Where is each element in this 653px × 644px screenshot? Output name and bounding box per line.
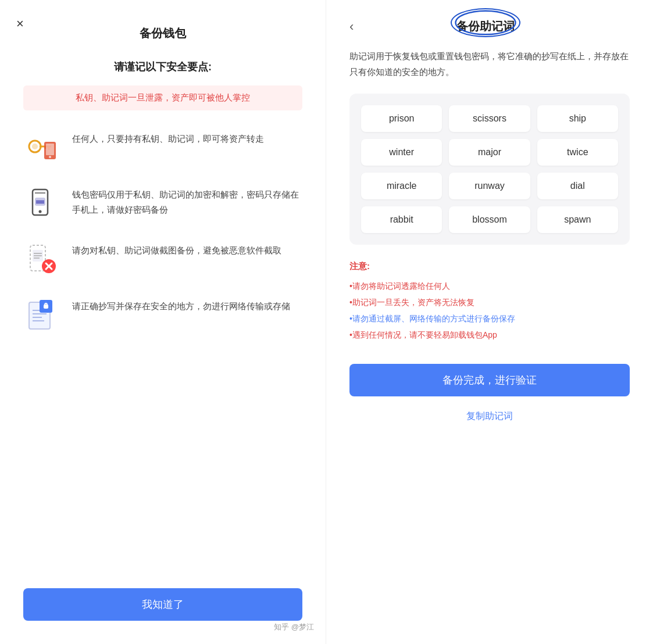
svg-rect-6 — [46, 144, 54, 155]
notice-section: 注意: •请勿将助记词透露给任何人•助记词一旦丢失，资产将无法恢复•请勿通过截屏… — [349, 261, 630, 343]
mnemonic-word-1: prison — [361, 105, 442, 132]
right-description: 助记词用于恢复钱包或重置钱包密码，将它准确的抄写在纸上，并存放在只有你知道的安全… — [349, 48, 630, 80]
left-subtitle: 请谨记以下安全要点: — [23, 60, 302, 74]
feature-item-1: 任何人，只要持有私钥、助记词，即可将资产转走 — [23, 129, 302, 166]
svg-rect-28 — [44, 305, 48, 309]
feature-item-4: 请正确抄写并保存在安全的地方，勿进行网络传输或存储 — [23, 296, 302, 334]
right-header: ‹ 备份助记词 — [349, 19, 630, 34]
key-phone-icon — [23, 129, 60, 166]
feature-item-2: 钱包密码仅用于私钥、助记词的加密和解密，密码只存储在手机上，请做好密码备份 — [23, 185, 302, 222]
warning-text: 私钥、助记词一旦泄露，资产即可被他人掌控 — [76, 92, 250, 102]
phone-password-icon — [23, 185, 60, 222]
mnemonic-word-6: twice — [537, 139, 618, 166]
right-title: 备份助记词 — [363, 19, 608, 34]
confirm-know-button[interactable]: 我知道了 — [23, 588, 302, 621]
back-icon[interactable]: ‹ — [349, 19, 354, 34]
svg-point-1 — [32, 144, 38, 149]
mnemonic-word-9: dial — [537, 173, 618, 199]
mnemonic-word-4: winter — [361, 139, 442, 166]
feature-text-4: 请正确抄写并保存在安全的地方，勿进行网络传输或存储 — [72, 296, 290, 314]
mnemonic-word-11: blossom — [449, 206, 530, 233]
mnemonic-word-5: major — [449, 139, 530, 166]
notice-item-4: •遇到任何情况，请不要轻易卸载钱包App — [349, 327, 630, 343]
warning-banner: 私钥、助记词一旦泄露，资产即可被他人掌控 — [23, 85, 302, 110]
close-icon[interactable]: × — [16, 16, 24, 31]
left-panel: × 备份钱包 请谨记以下安全要点: 私钥、助记词一旦泄露，资产即可被他人掌控 — [0, 0, 326, 644]
notice-item-1: •请勿将助记词透露给任何人 — [349, 278, 630, 294]
mnemonic-word-2: scissors — [449, 105, 530, 132]
mnemonic-word-3: ship — [537, 105, 618, 132]
feature-text-1: 任何人，只要持有私钥、助记词，即可将资产转走 — [72, 129, 264, 146]
document-lock-icon — [23, 296, 60, 334]
feature-text-3: 请勿对私钥、助记词做截图备份，避免被恶意软件截取 — [72, 241, 281, 258]
notice-item-2: •助记词一旦丢失，资产将无法恢复 — [349, 294, 630, 310]
watermark: 知乎 @梦江 — [274, 622, 314, 632]
right-panel: ‹ 备份助记词 助记词用于恢复钱包或重置钱包密码，将它准确的抄写在纸上，并存放在… — [326, 0, 653, 644]
feature-list: 任何人，只要持有私钥、助记词，即可将资产转走 钱包密码仅用于私钥、助记词的加密和… — [23, 129, 302, 560]
mnemonic-word-12: spawn — [537, 206, 618, 233]
feature-text-2: 钱包密码仅用于私钥、助记词的加密和解密，密码只存储在手机上，请做好密码备份 — [72, 185, 302, 217]
svg-point-7 — [49, 156, 51, 158]
mnemonic-grid: prisonscissorsshipwintermajortwicemiracl… — [349, 94, 630, 245]
mnemonic-word-7: miracle — [361, 173, 442, 199]
mnemonic-word-8: runway — [449, 173, 530, 199]
copy-mnemonic-link[interactable]: 复制助记词 — [349, 406, 630, 427]
notice-title: 注意: — [349, 261, 630, 272]
backup-confirm-button[interactable]: 备份完成，进行验证 — [349, 364, 630, 396]
svg-point-13 — [39, 210, 42, 213]
left-title: 备份钱包 — [23, 26, 302, 41]
screenshot-forbidden-icon — [23, 241, 60, 278]
notice-item-3: •请勿通过截屏、网络传输的方式进行备份保存 — [349, 310, 630, 327]
feature-item-3: 请勿对私钥、助记词做截图备份，避免被恶意软件截取 — [23, 241, 302, 278]
mnemonic-word-10: rabbit — [361, 206, 442, 233]
